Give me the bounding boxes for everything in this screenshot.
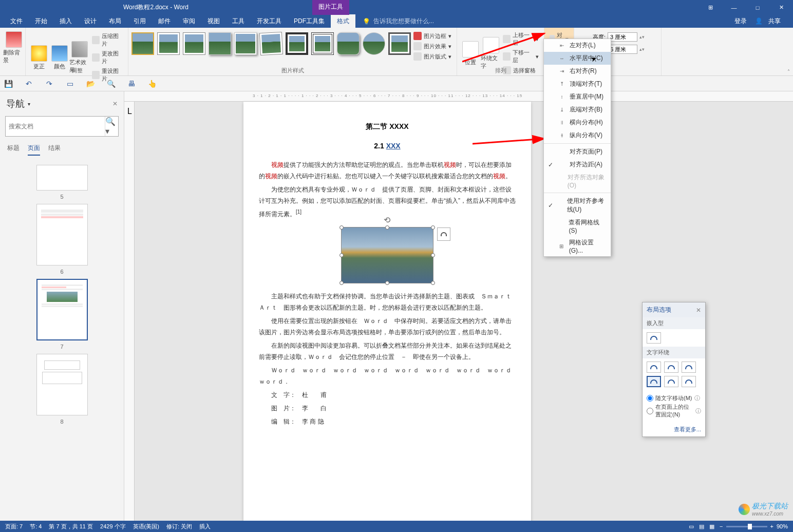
page-thumb[interactable] [36, 279, 88, 340]
align-left-item[interactable]: ⇤左对齐(L) [544, 39, 611, 52]
tab-pdf[interactable]: PDF工具集 [288, 14, 331, 28]
rotate-handle-icon[interactable]: ⟲ [384, 215, 391, 222]
tab-insert[interactable]: 插入 [53, 14, 78, 28]
remove-background-button[interactable]: 删除背景 [3, 29, 25, 64]
status-language[interactable]: 英语(美国) [133, 523, 159, 530]
zoom-slider[interactable] [726, 526, 767, 527]
account-icon[interactable]: ⊞ [698, 0, 722, 15]
status-insert-mode[interactable]: 插入 [199, 523, 211, 530]
see-more-link[interactable]: 查看更多... [643, 423, 705, 436]
bring-forward-button[interactable]: 上移一层 ▾ [501, 30, 541, 48]
zoom-in-icon[interactable]: + [770, 523, 773, 529]
style-thumb[interactable] [131, 32, 154, 55]
tab-file[interactable]: 文件 [4, 14, 29, 28]
align-center-horizontal-item[interactable]: ↔水平居中(C) [544, 52, 611, 65]
print-icon[interactable]: 🖶 [127, 80, 136, 88]
wrap-inline-option[interactable] [647, 332, 661, 344]
login-link[interactable]: 登录 [730, 17, 751, 26]
style-thumb[interactable] [337, 32, 360, 55]
resize-handle[interactable] [339, 225, 344, 230]
status-page-count[interactable]: 第 7 页，共 11 页 [49, 523, 93, 530]
tell-me-search[interactable]: 💡告诉我您想要做什么... [355, 17, 434, 26]
align-top-item[interactable]: ⤒顶端对齐(T) [544, 78, 611, 90]
tab-design[interactable]: 设计 [78, 14, 103, 28]
view-web-layout-icon[interactable]: ▦ [709, 523, 714, 530]
page-thumb[interactable] [36, 354, 88, 415]
status-page[interactable]: 页面: 7 [5, 523, 23, 530]
nav-close-icon[interactable]: ✕ [112, 100, 118, 107]
tab-tools[interactable]: 工具 [226, 14, 251, 28]
style-thumb[interactable] [388, 32, 411, 55]
style-thumb[interactable] [286, 32, 308, 55]
page-thumb[interactable] [36, 204, 88, 265]
align-center-vertical-item[interactable]: ↕垂直居中(M) [544, 90, 611, 103]
wrap-square-option[interactable] [647, 362, 661, 373]
resize-handle[interactable] [339, 253, 344, 257]
distribute-vertical-item[interactable]: ⫵纵向分布(V) [544, 129, 611, 142]
artistic-effects-button[interactable]: 艺术效果 [69, 29, 90, 84]
style-thumb[interactable] [234, 32, 257, 55]
maximize-button[interactable]: □ [746, 0, 769, 15]
document-page[interactable]: 第二节 XXXX 2.1 XXX 视频提供了功能强大的方法帮助您证明您的观点。当… [243, 102, 531, 521]
align-to-margin-item[interactable]: ✓对齐边距(A) [544, 158, 611, 171]
collapse-ribbon-icon[interactable]: ˄ [787, 69, 790, 74]
resize-handle[interactable] [339, 281, 344, 285]
nav-tab-results[interactable]: 结果 [48, 144, 61, 156]
wrap-tight-option[interactable] [664, 362, 678, 373]
vertical-ruler[interactable]: L [124, 102, 135, 521]
nav-tab-headings[interactable]: 标题 [7, 144, 20, 156]
wrap-through-option[interactable] [682, 362, 696, 373]
view-print-layout-icon[interactable]: ▤ [699, 523, 704, 530]
tab-view[interactable]: 视图 [201, 14, 226, 28]
picture-styles-gallery[interactable] [131, 29, 454, 55]
resize-handle[interactable] [431, 281, 435, 285]
share-button[interactable]: 👤 共享 [751, 17, 789, 26]
selected-image[interactable]: ⟲ [341, 227, 433, 283]
tab-developer[interactable]: 开发工具 [251, 14, 288, 28]
save-icon[interactable]: 💾 [4, 80, 12, 88]
status-track-changes[interactable]: 修订: 关闭 [166, 523, 192, 530]
close-button[interactable]: ✕ [769, 0, 793, 15]
height-input[interactable]: 3 厘米 [608, 32, 637, 42]
align-right-item[interactable]: ⇥右对齐(R) [544, 65, 611, 78]
layout-popup-close-icon[interactable]: ✕ [696, 307, 701, 314]
zoom-level[interactable]: 90% [777, 523, 788, 529]
style-thumb[interactable] [311, 32, 334, 55]
align-to-page-item[interactable]: 对齐页面(P) [544, 145, 611, 158]
layout-options-icon[interactable] [437, 227, 450, 241]
grid-settings-item[interactable]: ⊞网格设置(G)... [544, 236, 611, 256]
search-icon[interactable]: 🔍▾ [105, 117, 118, 136]
compress-picture-button[interactable]: 压缩图片 [90, 31, 125, 49]
wrap-behind-option[interactable] [664, 376, 678, 387]
tab-mailings[interactable]: 邮件 [152, 14, 177, 28]
color-button[interactable]: 颜色 [49, 29, 70, 84]
resize-handle[interactable] [431, 225, 435, 230]
view-gridlines-item[interactable]: 查看网格线(S) [544, 216, 611, 236]
move-with-text-radio[interactable]: 随文字移动(M) ⓘ [647, 394, 701, 402]
picture-border-button[interactable]: 图片边框 ▾ [411, 31, 454, 41]
zoom-out-icon[interactable]: − [720, 523, 723, 529]
tab-layout[interactable]: 布局 [103, 14, 127, 28]
resize-handle[interactable] [431, 253, 435, 257]
style-thumb[interactable] [209, 32, 231, 55]
corrections-button[interactable]: 更正 [29, 29, 49, 84]
style-thumb[interactable] [259, 32, 283, 55]
picture-effects-button[interactable]: 图片效果 ▾ [411, 41, 454, 51]
nav-tab-pages[interactable]: 页面 [28, 144, 40, 156]
view-read-mode-icon[interactable]: ▭ [689, 523, 694, 530]
width-input[interactable]: 6 厘米 [608, 45, 637, 54]
tab-review[interactable]: 审阅 [177, 14, 201, 28]
horizontal-ruler[interactable]: 3 · 1 · 2 · 1 · 1 · · · · 1 · · · 2 · · … [124, 91, 793, 102]
fix-position-radio[interactable]: 在页面上的位置固定(N) ⓘ [647, 403, 701, 419]
tab-format[interactable]: 格式 [331, 14, 355, 28]
resize-handle[interactable] [385, 281, 389, 285]
wrap-topbottom-option[interactable] [647, 376, 661, 387]
context-tab-picture-tools[interactable]: 图片工具 [312, 0, 349, 15]
align-bottom-item[interactable]: ⤓底端对齐(B) [544, 103, 611, 116]
search-input[interactable] [6, 117, 105, 136]
tab-references[interactable]: 引用 [127, 14, 152, 28]
status-word-count[interactable]: 2429 个字 [100, 523, 126, 530]
status-section[interactable]: 节: 4 [30, 523, 42, 530]
style-thumb[interactable] [183, 32, 205, 55]
tab-home[interactable]: 开始 [29, 14, 53, 28]
